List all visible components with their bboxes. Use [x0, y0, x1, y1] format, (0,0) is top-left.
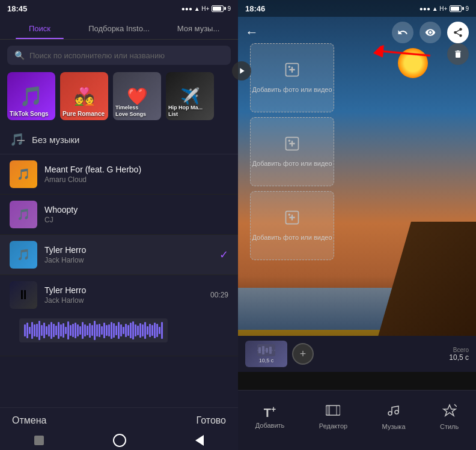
category-hiphop[interactable]: ✈️ Hip Hop Ma...List [166, 72, 214, 120]
timeline-total-value: 10,5 с [449, 353, 469, 362]
toolbar-add[interactable]: T+ Добавить [255, 404, 285, 430]
song-title-1: Meant For (feat. G Herbo) [44, 165, 228, 174]
search-icon: 🔍 [14, 50, 25, 60]
category-tiktok[interactable]: 🎵 TikTok Songs [7, 72, 55, 120]
toolbar-style-label: Стиль [440, 423, 459, 430]
waveform[interactable] [19, 318, 168, 342]
clip-card-1[interactable]: Добавить фото или видео [250, 43, 334, 112]
category-tiktok-label: TikTok Songs [10, 111, 49, 118]
toolbar-add-label: Добавить [255, 422, 285, 429]
svg-point-18 [388, 412, 392, 415]
category-timeless[interactable]: ❤️ TimelessLove Songs [113, 72, 161, 120]
category-romance[interactable]: 💑 Pure Romance [60, 72, 108, 120]
bottom-buttons: Отмена Готово [0, 407, 238, 433]
play-button[interactable] [232, 61, 251, 81]
right-panel: 18:46 ●●● ▲ H+ 9 ← [238, 0, 476, 450]
tab-search[interactable]: Поиск [0, 19, 79, 39]
toolbar-music[interactable]: Музыка [382, 404, 406, 430]
timeless-icon: ❤️ [127, 87, 148, 106]
song-row-2[interactable]: 🎵 Whoopty CJ [0, 195, 238, 235]
song-thumb-3: 🎵 [10, 241, 37, 269]
clip-card-2[interactable]: Добавить фото или видео [250, 117, 334, 186]
status-bar-left: 18:45 ●●● ▲ H+ 9 [0, 0, 238, 17]
add-text-icon: T+ [264, 404, 276, 420]
song-row-1[interactable]: 🎵 Meant For (feat. G Herbo) Amaru Cloud [0, 154, 238, 195]
clip-add-text-1: Добавить фото или видео [252, 85, 332, 94]
nav-bar-left [0, 433, 238, 450]
song-title-2: Whoopty [44, 205, 228, 214]
song-title-3: Tyler Herro [44, 245, 212, 255]
status-icons-right: ●●● ▲ H+ 9 [420, 5, 469, 12]
song-row-4[interactable]: ⏸ Tyler Herro Jack Harlow 00:29 [0, 275, 238, 356]
clip-card-3[interactable]: Добавить фото или видео [250, 191, 334, 260]
no-music-row[interactable]: 🎵̶ Без музыки [0, 125, 238, 154]
done-button[interactable]: Готово [197, 415, 226, 426]
bottom-toolbar: T+ Добавить Редактор [238, 390, 476, 450]
music-icon [386, 404, 401, 421]
tab-mymusic[interactable]: Моя музы... [159, 19, 238, 39]
signal-left: ●●● ▲ H+ [182, 5, 210, 12]
editor-top-controls: ← [238, 17, 476, 48]
svg-line-20 [454, 404, 457, 407]
svg-rect-13 [269, 347, 272, 354]
time-left: 18:45 [7, 4, 27, 13]
tab-insto[interactable]: Подборка Insto... [79, 19, 159, 39]
nav-back-left [195, 435, 204, 446]
style-icon [442, 404, 457, 421]
song-row-3[interactable]: 🎵 Tyler Herro Jack Harlow ✓ [0, 235, 238, 275]
timeline-add-button[interactable]: + [292, 343, 314, 365]
signal-right: ●●● ▲ H+ [420, 5, 448, 12]
song-list: 🎵 Meant For (feat. G Herbo) Amaru Cloud … [0, 154, 238, 407]
timeline-total: Всего 10,5 с [449, 347, 469, 362]
clip-add-text-3: Добавить фото или видео [252, 233, 332, 242]
svg-point-19 [395, 410, 398, 414]
song-artist-1: Amaru Cloud [44, 175, 228, 184]
battery-num-right: 9 [465, 5, 469, 12]
song-info-1: Meant For (feat. G Herbo) Amaru Cloud [44, 165, 228, 184]
category-romance-label: Pure Romance [63, 111, 105, 118]
add-media-icon-2 [284, 135, 301, 156]
toolbar-music-label: Музыка [382, 423, 406, 430]
svg-rect-11 [262, 346, 264, 354]
tabs-row: Поиск Подборка Insto... Моя музы... [0, 17, 238, 40]
song-thumb-4: ⏸ [10, 281, 37, 309]
svg-rect-10 [258, 347, 261, 353]
battery-num-left: 9 [227, 5, 231, 12]
status-icons-left: ●●● ▲ H+ 9 [182, 5, 231, 12]
search-bar[interactable]: 🔍 Поиск по исполнителю или названию [7, 46, 231, 65]
delete-button[interactable] [447, 43, 469, 65]
cancel-button[interactable]: Отмена [12, 415, 46, 426]
timeline-clip-1[interactable]: 10,5 с [245, 341, 287, 367]
hiphop-icon: ✈️ [180, 87, 200, 106]
romance-icon: 💑 [74, 87, 95, 106]
timeline-clip-label: 10,5 с [259, 357, 274, 363]
song-info-4: Tyler Herro Jack Harlow [44, 285, 203, 305]
toolbar-editor[interactable]: Редактор [319, 404, 347, 430]
song-thumb-1: 🎵 [10, 160, 37, 188]
back-button[interactable]: ← [245, 25, 258, 40]
share-button[interactable] [447, 22, 469, 43]
toolbar-editor-label: Редактор [319, 422, 347, 430]
battery-left [212, 5, 224, 12]
editor-icon [326, 404, 340, 420]
svg-rect-12 [266, 348, 268, 353]
checkmark-icon: ✓ [219, 248, 228, 261]
svg-point-3 [288, 66, 291, 68]
add-media-icon-3 [284, 209, 301, 230]
song-artist-4: Jack Harlow [44, 296, 203, 305]
song-thumb-2: 🎵 [10, 201, 37, 228]
song-artist-2: CJ [44, 216, 228, 224]
timeline-total-label: Всего [449, 347, 469, 353]
song-artist-3: Jack Harlow [44, 256, 212, 264]
toolbar-style[interactable]: Стиль [440, 404, 459, 430]
categories-row: 🎵 TikTok Songs 💑 Pure Romance ❤️ Timeles… [0, 70, 238, 125]
clips-column: Добавить фото или видео Добавить фото ил… [250, 43, 334, 260]
search-placeholder-text: Поиск по исполнителю или названию [29, 51, 165, 60]
category-timeless-label: TimelessLove Songs [115, 105, 146, 118]
clip-add-text-2: Добавить фото или видео [252, 159, 332, 168]
category-hiphop-label: Hip Hop Ma...List [168, 105, 203, 118]
song-info-2: Whoopty CJ [44, 205, 228, 224]
no-music-label: Без музыки [32, 135, 79, 145]
svg-rect-17 [326, 406, 329, 415]
timeline-area: 10,5 с + Всего 10,5 с [238, 336, 476, 372]
